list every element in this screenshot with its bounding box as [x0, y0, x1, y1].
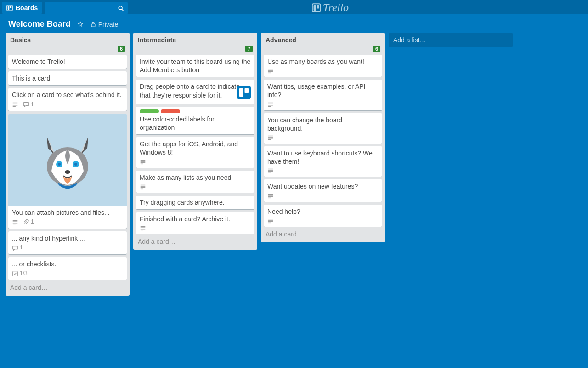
card-badges — [267, 134, 379, 141]
description-icon — [267, 134, 274, 141]
comments-badge: 1 — [12, 244, 23, 252]
add-card-button[interactable]: Add a card… — [133, 234, 257, 250]
visibility-button[interactable]: Private — [90, 21, 119, 28]
card-cover — [8, 114, 127, 206]
list: Intermediate ⋯ 7 Invite your team to thi… — [133, 33, 257, 250]
description-icon — [140, 184, 146, 190]
card-text: Click on a card to see what's behind it. — [12, 91, 123, 99]
card-text: You can change the board background. — [267, 116, 379, 132]
card[interactable]: Want tips, usage examples, or API info? — [264, 80, 382, 110]
card[interactable]: You can change the board background. — [264, 113, 382, 144]
member-avatar[interactable] — [237, 86, 251, 101]
board-icon — [312, 3, 321, 12]
card-text: Finished with a card? Archive it. — [140, 215, 251, 223]
card-text: Drag people onto a card to indicate that… — [140, 82, 251, 99]
card[interactable]: Want to use keyboard shortcuts? We have … — [264, 146, 382, 177]
svg-point-15 — [74, 163, 77, 166]
svg-rect-19 — [245, 88, 249, 93]
card[interactable]: You can attach pictures and files...1 — [8, 114, 127, 229]
card-badges — [140, 184, 251, 190]
card-labels — [140, 109, 251, 113]
description-icon — [267, 218, 274, 224]
card-text: This is a card. — [12, 74, 123, 82]
description-icon — [267, 101, 274, 108]
card-text: Use as many boards as you want! — [267, 58, 379, 66]
card-text: Need help? — [267, 207, 379, 216]
card-text: Make as many lists as you need! — [140, 173, 251, 182]
card-text: ... or checklists. — [12, 260, 123, 268]
card-text: ... any kind of hyperlink ... — [12, 234, 123, 242]
board-header: Welcome Board Private — [0, 14, 588, 33]
svg-point-16 — [65, 170, 70, 174]
card-text: Want to use keyboard shortcuts? We have … — [267, 149, 379, 166]
board-icon — [6, 5, 13, 11]
card-text: Invite your team to this board using the… — [140, 58, 251, 74]
card-text: Try dragging cards anywhere. — [140, 198, 251, 207]
card-badges — [267, 68, 379, 74]
list-menu-button[interactable]: ⋯ — [374, 36, 380, 44]
card[interactable]: Use color-coded labels for organization — [136, 107, 254, 134]
cards-container: Invite your team to this board using the… — [133, 55, 257, 234]
list: Basics ⋯ 6 Welcome to Trello!This is a c… — [6, 33, 130, 296]
card-text: Welcome to Trello! — [12, 58, 123, 66]
card-text: Use color-coded labels for organization — [140, 115, 251, 132]
card[interactable]: Finished with a card? Archive it. — [136, 212, 254, 234]
card-label[interactable] — [161, 109, 180, 113]
description-icon — [12, 101, 18, 108]
list-title[interactable]: Basics — [10, 36, 31, 44]
list-menu-button[interactable]: ⋯ — [119, 36, 125, 44]
boards-button-label: Boards — [16, 4, 38, 12]
board-title[interactable]: Welcome Board — [8, 19, 71, 29]
list-menu-button[interactable]: ⋯ — [246, 36, 253, 44]
list-header: Intermediate ⋯ — [133, 33, 257, 46]
card-badges: 1 — [12, 244, 123, 252]
description-icon — [267, 167, 274, 174]
topbar: Boards Trello — [0, 0, 588, 14]
card[interactable]: Click on a card to see what's behind it.… — [8, 88, 127, 111]
card-badges — [267, 101, 379, 108]
svg-rect-17 — [237, 86, 251, 99]
card[interactable]: Make as many lists as you need! — [136, 171, 254, 193]
card[interactable]: Get the apps for iOS, Android, and Windo… — [136, 137, 254, 167]
card-badges: 1/3 — [12, 270, 123, 277]
list-header: Basics ⋯ — [6, 33, 130, 46]
boards-button[interactable]: Boards — [2, 2, 42, 14]
add-list-button[interactable]: Add a list… — [389, 33, 513, 47]
card-text: Want tips, usage examples, or API info? — [267, 82, 379, 99]
search-input[interactable] — [45, 2, 128, 14]
comments-badge: 1 — [23, 101, 34, 109]
board-canvas[interactable]: Basics ⋯ 6 Welcome to Trello!This is a c… — [0, 33, 588, 367]
list-title[interactable]: Advanced — [266, 36, 296, 44]
description-icon — [140, 159, 146, 165]
card-badges — [267, 167, 379, 174]
cards-container: Use as many boards as you want!Want tips… — [261, 55, 385, 227]
card-badges — [140, 225, 251, 231]
svg-rect-18 — [239, 88, 243, 97]
list-count-badge: 6 — [373, 46, 380, 52]
card[interactable]: ... or checklists.1/3 — [8, 257, 127, 280]
svg-point-13 — [58, 163, 61, 166]
card[interactable]: This is a card. — [8, 71, 127, 85]
card[interactable]: Want updates on new features? — [264, 179, 382, 201]
lock-icon — [90, 21, 96, 28]
card[interactable]: Drag people onto a card to indicate that… — [136, 80, 254, 104]
list-title[interactable]: Intermediate — [138, 36, 176, 44]
card[interactable]: Use as many boards as you want! — [264, 55, 382, 77]
add-card-button[interactable]: Add a card… — [6, 280, 130, 296]
card[interactable]: Try dragging cards anywhere. — [136, 196, 254, 209]
card[interactable]: Invite your team to this board using the… — [136, 55, 254, 77]
card-label[interactable] — [140, 109, 159, 113]
card[interactable]: Need help? — [264, 205, 382, 227]
description-icon — [12, 219, 18, 225]
brand-label: Trello — [323, 1, 349, 14]
list-count-badge: 7 — [245, 46, 253, 52]
card[interactable]: Welcome to Trello! — [8, 55, 127, 69]
card-badges — [267, 218, 379, 224]
star-icon — [77, 21, 84, 28]
card[interactable]: ... any kind of hyperlink ...1 — [8, 231, 127, 254]
add-card-button[interactable]: Add a card… — [261, 227, 385, 242]
card-badges: 1 — [12, 218, 123, 226]
search-icon — [118, 4, 124, 12]
star-button[interactable] — [77, 21, 84, 28]
trello-logo[interactable]: Trello — [312, 1, 349, 14]
